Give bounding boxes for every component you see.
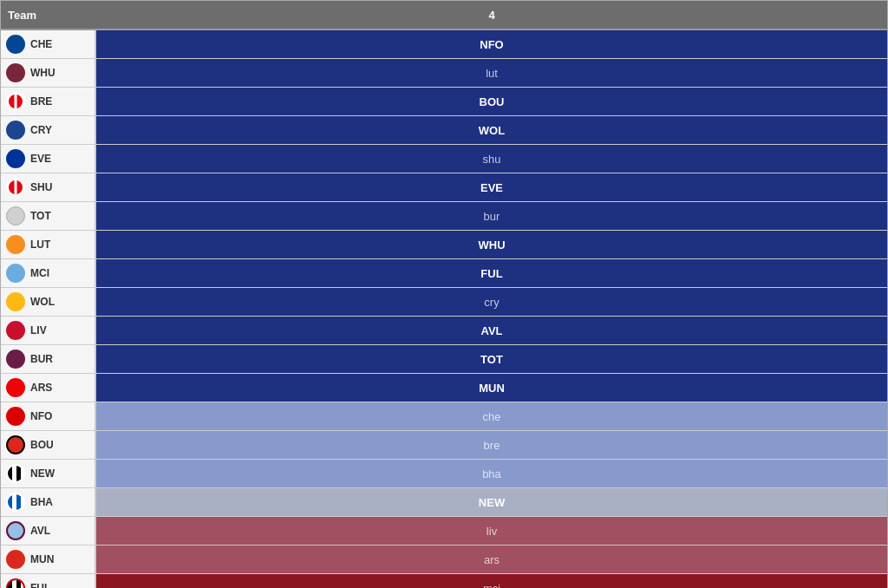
table-row: NFOche (1, 402, 887, 431)
team-logo-mun (6, 550, 25, 569)
rows-container: CHENFOWHUlutBREBOUCRYWOLEVEshuSHUEVETOTb… (1, 30, 887, 588)
team-logo-wol (6, 292, 25, 311)
team-logo-shu (6, 178, 25, 197)
team-abbr-wol: WOL (30, 296, 55, 308)
team-cell-ful: FUL (1, 574, 96, 588)
table-row: NEWbha (1, 460, 887, 488)
team-cell-wol: WOL (1, 288, 96, 316)
team-logo-ful (6, 578, 25, 588)
bar-cell-bou: bre (96, 431, 887, 459)
table-row: FULmci (1, 574, 887, 588)
team-cell-che: CHE (1, 30, 96, 58)
team-cell-nfo: NFO (1, 402, 96, 430)
team-abbr-mun: MUN (30, 553, 54, 565)
bar-cell-avl: liv (96, 517, 887, 545)
team-logo-eve (6, 149, 25, 168)
team-logo-mci (6, 264, 25, 283)
team-cell-new: NEW (1, 460, 96, 487)
table-row: BREBOU (1, 88, 887, 116)
team-cell-whu: WHU (1, 59, 96, 87)
bar-cell-nfo: che (96, 402, 887, 430)
team-abbr-bha: BHA (30, 496, 53, 508)
team-logo-ars (6, 378, 25, 397)
team-abbr-mci: MCI (30, 267, 49, 279)
team-cell-shu: SHU (1, 173, 96, 201)
table-row: ARSMUN (1, 374, 887, 402)
team-abbr-lut: LUT (30, 238, 50, 251)
table-header: Team 4 (1, 1, 887, 30)
bar-cell-new: bha (96, 460, 887, 487)
team-abbr-tot: TOT (30, 210, 51, 222)
team-cell-bre: BRE (1, 88, 96, 115)
team-column-header: Team (1, 1, 96, 29)
team-logo-tot (6, 206, 25, 225)
team-cell-tot: TOT (1, 202, 96, 230)
team-cell-mun: MUN (1, 546, 96, 573)
team-abbr-new: NEW (30, 467, 55, 480)
team-logo-che (6, 35, 25, 54)
table-row: MCIFUL (1, 259, 887, 288)
team-logo-bur (6, 350, 25, 369)
team-abbr-avl: AVL (30, 525, 50, 537)
bar-cell-mci: FUL (96, 259, 887, 287)
team-abbr-cry: CRY (30, 124, 52, 136)
team-abbr-eve: EVE (30, 153, 51, 165)
team-abbr-shu: SHU (30, 181, 52, 193)
team-logo-bre (6, 92, 25, 111)
table-row: LUTWHU (1, 231, 887, 259)
bar-cell-shu: EVE (96, 173, 887, 201)
table-row: MUNars (1, 546, 887, 574)
table-row: BHANEW (1, 488, 887, 517)
bar-cell-bur: TOT (96, 345, 887, 373)
team-logo-avl (6, 521, 25, 540)
table-row: WOLcry (1, 288, 887, 317)
col-4-header: 4 (96, 1, 887, 29)
team-abbr-whu: WHU (30, 67, 56, 79)
team-cell-lut: LUT (1, 231, 96, 258)
team-logo-whu (6, 63, 25, 82)
team-logo-bha (6, 493, 25, 512)
bar-cell-whu: lut (96, 59, 887, 87)
team-cell-avl: AVL (1, 517, 96, 545)
table-row: BOUbre (1, 431, 887, 460)
table-row: WHUlut (1, 59, 887, 88)
bar-cell-bha: NEW (96, 488, 887, 516)
team-cell-ars: ARS (1, 374, 96, 402)
bar-cell-wol: cry (96, 288, 887, 316)
team-abbr-bou: BOU (30, 439, 54, 451)
team-abbr-ful: FUL (30, 582, 50, 588)
team-cell-bha: BHA (1, 488, 96, 516)
table-row: CHENFO (1, 30, 887, 59)
team-logo-new (6, 464, 25, 483)
bar-cell-liv: AVL (96, 317, 887, 344)
table-row: AVLliv (1, 517, 887, 546)
team-logo-bou (6, 435, 25, 454)
team-logo-lut (6, 235, 25, 254)
table-row: EVEshu (1, 145, 887, 173)
table-row: CRYWOL (1, 116, 887, 145)
team-abbr-bur: BUR (30, 353, 53, 365)
bar-cell-che: NFO (96, 30, 887, 58)
team-abbr-bre: BRE (30, 95, 52, 108)
team-logo-cry (6, 121, 25, 140)
team-cell-cry: CRY (1, 116, 96, 144)
bar-cell-cry: WOL (96, 116, 887, 144)
bar-cell-bre: BOU (96, 88, 887, 115)
table-row: BURTOT (1, 345, 887, 374)
team-cell-mci: MCI (1, 259, 96, 287)
team-abbr-ars: ARS (30, 382, 52, 394)
table-row: LIVAVL (1, 317, 887, 345)
bar-cell-mun: ars (96, 546, 887, 573)
team-cell-eve: EVE (1, 145, 96, 173)
bar-cell-ful: mci (96, 574, 887, 588)
table-row: TOTbur (1, 202, 887, 231)
team-logo-liv (6, 321, 25, 340)
bar-cell-ars: MUN (96, 374, 887, 402)
team-logo-nfo (6, 407, 25, 426)
team-cell-bur: BUR (1, 345, 96, 373)
team-abbr-liv: LIV (30, 324, 47, 336)
team-cell-liv: LIV (1, 317, 96, 344)
table-row: SHUEVE (1, 173, 887, 202)
bar-cell-lut: WHU (96, 231, 887, 258)
bar-cell-eve: shu (96, 145, 887, 173)
